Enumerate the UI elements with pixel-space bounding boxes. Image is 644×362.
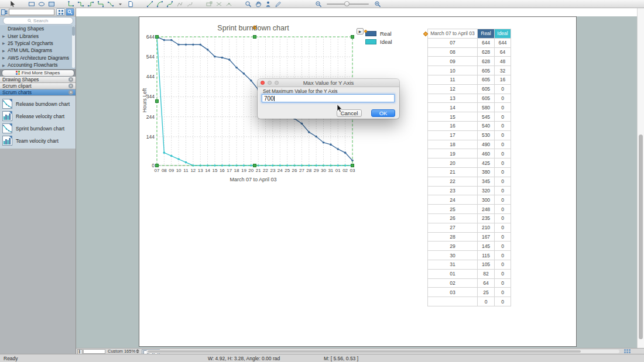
sidebar-tree-item[interactable]: ▶User Libraries [0, 32, 76, 39]
library-filter-field[interactable] [9, 9, 54, 15]
ok-button[interactable]: OK [371, 109, 395, 117]
smart-connector-tool-icon[interactable] [66, 1, 76, 8]
horizontal-scrollbar[interactable] [146, 350, 619, 353]
picture-tool-icon[interactable] [46, 1, 56, 8]
table-row[interactable]: 00 [428, 297, 511, 306]
tree-connector-tool-icon[interactable] [95, 1, 105, 8]
table-row[interactable]: 136050 [428, 94, 511, 103]
horizontal-scrollbar-thumb[interactable] [148, 350, 581, 353]
table-row[interactable]: 0962848 [428, 57, 511, 66]
table-row[interactable]: 155450 [428, 112, 511, 122]
arc-tool-icon[interactable] [155, 1, 165, 8]
table-row[interactable]: 145800 [428, 103, 511, 112]
search-button[interactable] [66, 8, 74, 16]
curved-connector-tool-icon[interactable] [105, 1, 115, 8]
selection-handle[interactable] [156, 100, 159, 103]
grid-view-button[interactable] [56, 8, 65, 16]
freehand-tool-icon[interactable] [184, 1, 194, 8]
stepper-up-icon[interactable] [136, 349, 139, 351]
table-row[interactable]: 02640 [428, 278, 511, 288]
table-row[interactable]: 233200 [428, 186, 511, 195]
zoom-in-icon[interactable] [372, 1, 382, 8]
dialog-titlebar[interactable]: Max Value for Y Axis [258, 79, 399, 87]
table-row[interactable]: 1060532 [428, 66, 511, 75]
vertical-scrollbar[interactable] [637, 8, 644, 348]
table-row[interactable]: 281670 [428, 232, 511, 242]
elbow-connector-2-tool-icon[interactable] [85, 1, 95, 8]
line-tool-icon[interactable] [145, 1, 155, 8]
selection-handle[interactable] [156, 36, 159, 39]
burndown-data-table[interactable]: March 07 to April 03 Real Ideal 07644644… [427, 29, 511, 306]
table-row[interactable]: 311050 [428, 260, 511, 269]
connector-options-caret-icon[interactable] [115, 1, 125, 8]
table-row[interactable]: 126050 [428, 84, 511, 94]
close-library-icon[interactable]: × [68, 90, 73, 95]
vertical-scrollbar-thumb[interactable] [639, 135, 643, 339]
zoom-out-icon[interactable] [313, 1, 323, 8]
library-item[interactable]: Team velocity chart [0, 135, 76, 147]
zoom-slider-knob[interactable] [344, 1, 350, 6]
close-library-icon[interactable]: × [68, 84, 73, 88]
selection-handle[interactable] [156, 164, 159, 167]
tree-scrollbar-thumb[interactable] [72, 26, 75, 36]
join-tool-icon[interactable] [224, 1, 234, 8]
table-row[interactable]: 262350 [428, 213, 511, 223]
table-row[interactable]: 175300 [428, 130, 511, 140]
pages-grid-icon[interactable] [624, 349, 631, 353]
library-section-scrum-charts[interactable]: Scrum charts× [0, 89, 76, 96]
table-row[interactable]: 204250 [428, 158, 511, 168]
table-row[interactable]: 194600 [428, 149, 511, 158]
zoom-level-label[interactable]: Custom 165% [108, 349, 135, 354]
table-row[interactable]: 272100 [428, 223, 511, 232]
library-section-drawing-shapes[interactable]: Drawing Shapes× [0, 77, 76, 83]
table-row[interactable]: 223450 [428, 177, 511, 186]
page-name-field[interactable] [83, 349, 105, 354]
table-row[interactable]: 1160516 [428, 75, 511, 84]
select-tool-icon[interactable] [7, 1, 17, 8]
elbow-connector-tool-icon[interactable] [76, 1, 85, 8]
zoom-stepper[interactable] [136, 349, 139, 353]
table-row[interactable]: 07644644 [428, 38, 511, 47]
ellipse-tool-icon[interactable] [36, 1, 46, 8]
find-more-shapes-button[interactable]: Find More Shapes [2, 70, 74, 77]
close-library-icon[interactable]: × [68, 77, 73, 82]
polyline-tool-icon[interactable] [174, 1, 184, 8]
selection-handle[interactable] [254, 164, 256, 167]
pan-tool-icon[interactable] [253, 1, 263, 8]
selection-handle[interactable] [254, 36, 256, 39]
table-row[interactable]: 252480 [428, 205, 511, 214]
sidebar-tree-item[interactable]: ▶ATM UML Diagrams [0, 47, 76, 54]
sidebar-tree-item[interactable]: Drawing Shapes [0, 25, 76, 32]
page-tool-icon[interactable] [125, 1, 135, 8]
selection-handle[interactable] [351, 164, 354, 167]
zoom-slider-track[interactable] [327, 4, 369, 5]
format-painter-tool-icon[interactable] [263, 1, 273, 8]
table-row[interactable]: 213800 [428, 167, 511, 177]
chart-legend[interactable]: Real Ideal [365, 30, 392, 47]
sidebar-tree-item[interactable]: ▶AWS Architecture Diagrams [0, 54, 76, 61]
table-row[interactable]: 03250 [428, 288, 511, 297]
library-item[interactable]: Release burndown chart [0, 98, 76, 110]
table-row[interactable]: 0862864 [428, 47, 511, 57]
search-input[interactable]: Search [3, 17, 73, 25]
sidebar-tree-item[interactable]: ▶25 Typical Orgcharts [0, 40, 76, 47]
bezier-tool-icon[interactable] [165, 1, 174, 8]
pencil-tool-icon[interactable] [273, 1, 283, 8]
table-row[interactable]: 184900 [428, 140, 511, 149]
sidebar-tree-item[interactable]: ▶Accounting Flowcharts [0, 61, 76, 68]
zoom-tool-icon[interactable] [243, 1, 253, 8]
max-value-input[interactable] [262, 94, 395, 102]
library-panel-icon[interactable] [1, 7, 8, 18]
table-row[interactable]: 165400 [428, 121, 511, 130]
table-row[interactable]: 291450 [428, 242, 511, 251]
reshape-tool-icon[interactable] [204, 1, 214, 8]
table-row[interactable]: 301150 [428, 251, 511, 260]
stepper-down-icon[interactable] [136, 351, 139, 353]
table-row[interactable]: 243000 [428, 195, 511, 205]
trim-tool-icon[interactable] [214, 1, 224, 8]
rectangle-tool-icon[interactable] [26, 1, 36, 8]
library-item[interactable]: Release velocity chart [0, 110, 76, 122]
table-row[interactable]: 01820 [428, 269, 511, 278]
chart-action-button[interactable]: ▶ [357, 28, 364, 35]
library-section-scrum-clipart[interactable]: Scrum clipart× [0, 83, 76, 89]
